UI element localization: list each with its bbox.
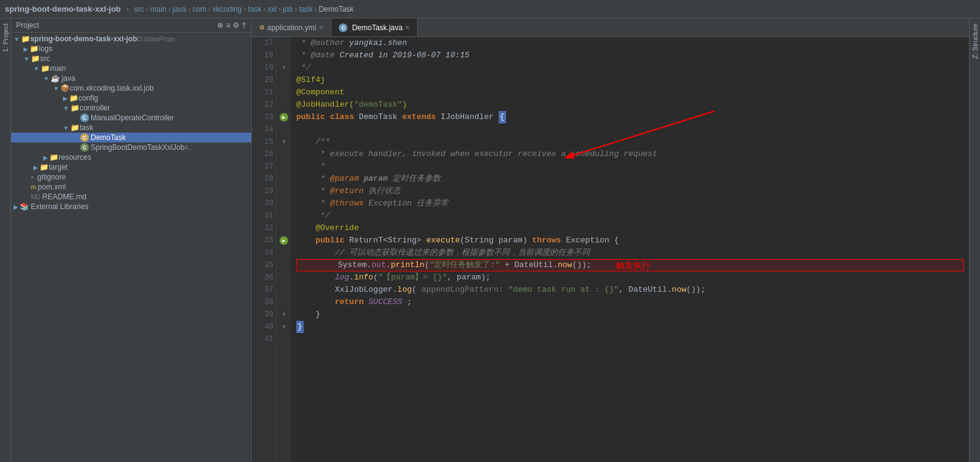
breadcrumb-java: java: [173, 5, 186, 14]
project-title: spring-boot-demo-task-xxl-job: [5, 4, 121, 14]
class-icon-demotask: C: [80, 133, 89, 142]
annotation-trigger: 触发执行: [616, 259, 650, 271]
tree-label-config: config: [78, 94, 98, 102]
tree-item-readme[interactable]: MD README.md: [11, 192, 251, 202]
sidebar-icon-4[interactable]: †: [242, 21, 246, 30]
collapse-icon-25[interactable]: ▼: [282, 139, 286, 146]
folder-icon-resources: 📁: [49, 153, 59, 162]
code-line-27: *: [296, 160, 964, 173]
code-line-40: }: [296, 321, 964, 333]
folder-icon-src: 📁: [31, 54, 40, 63]
gitignore-icon: ▪: [31, 173, 33, 181]
tree-label-spring: SpringBootDemoTaskXxlJob: [91, 143, 185, 152]
code-line-20: @Slf4j: [296, 74, 964, 86]
tree-label-package: com.xkcoding.task.xxl.job: [70, 84, 154, 93]
tab-application-yml[interactable]: ⚙ application.yml ✕: [252, 19, 331, 36]
tree-item-config[interactable]: ▶ 📁 config: [11, 93, 251, 103]
tree-label-target: target: [49, 163, 68, 171]
tree-label-resources: resources: [59, 153, 91, 162]
class-icon-manual: C: [80, 113, 89, 122]
tab-close-java[interactable]: ✕: [405, 24, 410, 31]
folder-icon-task: 📁: [70, 123, 80, 132]
tree-item-gitignore[interactable]: ▪ .gitignore: [11, 172, 251, 182]
md-icon: MD: [31, 194, 41, 200]
tree-arrow-root: ▼: [14, 36, 20, 43]
run-icon-33[interactable]: ▶: [280, 236, 288, 245]
sidebar-icon-2[interactable]: ≡: [226, 21, 230, 30]
left-tabs: 1: Project: [0, 19, 11, 462]
tree-label-logs: logs: [39, 44, 52, 53]
tree-arrow-task: ▼: [63, 125, 69, 131]
tree-arrow-package: ▼: [53, 85, 59, 92]
code-line-29: * @return 执行状态: [296, 185, 964, 197]
tree-arrow-java: ▼: [43, 75, 49, 82]
tree-item-main[interactable]: ▼ 📁 main: [11, 64, 251, 73]
tree-item-target[interactable]: ▶ 📁 target: [11, 162, 251, 172]
tree-item-task-folder[interactable]: ▼ 📁 task: [11, 123, 251, 133]
code-line-34: // 可以动态获取传递过来的参数，根据参数不同，当前调度的任务不同: [296, 247, 964, 259]
code-line-39: }: [296, 308, 964, 321]
tree-arrow-config: ▶: [63, 95, 68, 102]
code-line-38: return SUCCESS ;: [296, 296, 964, 308]
sidebar: Project ⊕ ≡ ⚙ † ▼ 📁 spring-boot-demo-tas…: [11, 19, 252, 462]
breadcrumb-job: job: [283, 5, 293, 14]
collapse-icon-40[interactable]: ▼: [282, 324, 286, 331]
tree-item-src[interactable]: ▼ 📁 src: [11, 54, 251, 64]
tree-item-resources[interactable]: ▶ 📁 resources: [11, 152, 251, 162]
code-line-26: * execute handler, invoked when executor…: [296, 148, 964, 160]
sidebar-icon-1[interactable]: ⊕: [217, 21, 223, 30]
code-line-22: @JobHandler("demoTask"): [296, 99, 964, 111]
code-line-19: */: [296, 62, 964, 74]
tree-item-pom[interactable]: m pom.xml: [11, 182, 251, 192]
tree-label-main: main: [50, 64, 66, 73]
tree-item-package[interactable]: ▼ 📦 com.xkcoding.task.xxl.job: [11, 83, 251, 93]
code-line-24: [296, 123, 964, 136]
tab-label-java: DemoTask.java: [352, 23, 402, 32]
tree-arrow-resources: ▶: [43, 154, 48, 161]
sidebar-icon-3[interactable]: ⚙: [233, 21, 239, 30]
tree-item-manual[interactable]: C ManualOperateController: [11, 113, 251, 123]
code-content[interactable]: * @author yangkai.shen * @date Created i…: [291, 37, 969, 462]
editor-area: ⚙ application.yml ✕ C DemoTask.java ✕ 17…: [252, 19, 969, 462]
code-line-23: public class DemoTask extends IJobHandle…: [296, 111, 964, 123]
breadcrumb: src › main › java › com › xkcoding › tas…: [135, 5, 354, 14]
breadcrumb-main: main: [151, 5, 167, 14]
tree-item-demotask[interactable]: C DemoTask: [11, 133, 251, 142]
tree-item-extlibs[interactable]: ▶ 📚 External Libraries: [11, 202, 251, 212]
left-tab-project[interactable]: 1: Project: [1, 19, 10, 57]
folder-icon-controller: 📁: [70, 104, 80, 112]
tree-item-springboot[interactable]: C SpringBootDemoTaskXxlJob A...: [11, 142, 251, 152]
collapse-icon-19[interactable]: ▼: [282, 65, 286, 72]
line-number-gutter: 17 18 19 20 21 22 23 24 25 26 27 28 29 3…: [252, 37, 276, 462]
yml-tab-icon: ⚙: [259, 24, 265, 31]
code-line-21: @Component: [296, 86, 964, 99]
structure-tab[interactable]: Z: Structure: [970, 19, 980, 64]
sidebar-header: Project ⊕ ≡ ⚙ †: [11, 19, 251, 33]
breadcrumb-xkcoding: xkcoding: [212, 5, 241, 14]
tree-item-root[interactable]: ▼ 📁 spring-boot-demo-task-xxl-job D:\Ide…: [11, 34, 251, 44]
tree-item-java[interactable]: ▼ ☕ java: [11, 73, 251, 83]
tree-label-readme: README.md: [43, 192, 86, 201]
tab-demotask-java[interactable]: C DemoTask.java ✕: [331, 19, 418, 36]
tree-arrow-extlibs: ▶: [14, 204, 19, 210]
folder-icon-package: 📦: [60, 84, 70, 93]
code-line-30: * @throws Exception 任务异常: [296, 197, 964, 210]
code-line-37: XxlJobLogger.log( appendLogPattern: "dem…: [296, 284, 964, 296]
breadcrumb-xxl: xxl: [268, 5, 277, 14]
tree-arrow-target: ▶: [33, 164, 38, 171]
code-line-28: * @param param 定时任务参数: [296, 173, 964, 185]
collapse-icon-39[interactable]: ▼: [282, 311, 286, 318]
folder-icon-logs: 📁: [30, 44, 39, 53]
tree-item-controller[interactable]: ▼ 📁 controller: [11, 103, 251, 113]
tab-label-yml: application.yml: [267, 23, 316, 32]
code-line-32: @Override: [296, 222, 964, 234]
run-icon-23[interactable]: ▶: [280, 113, 288, 122]
class-icon-spring: C: [80, 143, 89, 152]
tab-bar: ⚙ application.yml ✕ C DemoTask.java ✕: [252, 19, 969, 37]
tree-arrow-main: ▼: [33, 65, 39, 72]
tree-label-pom: pom.xml: [38, 183, 65, 191]
tree-label-task: task: [80, 123, 93, 132]
tab-close-yml[interactable]: ✕: [318, 24, 323, 31]
code-line-41: [296, 333, 964, 345]
tree-item-logs[interactable]: ▶ 📁 logs: [11, 44, 251, 54]
